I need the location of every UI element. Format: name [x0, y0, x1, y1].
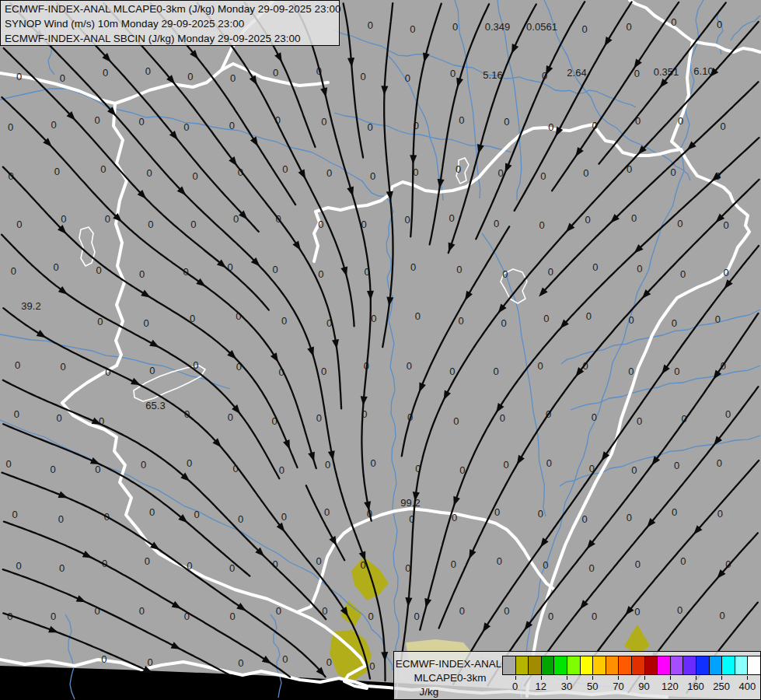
grid-value-label: 0: [149, 506, 155, 518]
grid-value-label: 0: [677, 604, 682, 616]
grid-value-label: 0: [631, 464, 637, 476]
sbcin-value-label: 5.16: [483, 69, 502, 81]
grid-value-label: 0: [141, 459, 146, 471]
colorbar-swatch: [747, 656, 761, 675]
grid-value-label: 0: [680, 555, 686, 567]
grid-value-label: 0: [233, 213, 239, 225]
grid-value-label: 0: [539, 219, 545, 231]
grid-value-label: 0: [677, 218, 682, 229]
grid-value-label: 0: [634, 606, 640, 618]
grid-value-label: 0: [61, 213, 66, 225]
grid-value-label: 0: [494, 218, 499, 229]
grid-value-label: 0: [282, 653, 288, 665]
grid-value-label: 0: [183, 121, 189, 133]
grid-value-label: 0: [54, 166, 60, 177]
grid-value-label: 0: [144, 317, 149, 329]
grid-value-label: 0: [540, 170, 546, 182]
grid-value-label: 0: [543, 559, 548, 571]
grid-value-label: 0: [11, 265, 16, 277]
colorbar-swatch: [721, 656, 735, 675]
grid-value-label: 0: [229, 120, 235, 131]
grid-value-label: 0: [53, 261, 58, 273]
grid-value-label: 0: [538, 508, 543, 520]
grid-value-label: 0: [585, 214, 591, 226]
grid-value-label: 0: [592, 261, 598, 273]
colorbar-swatch: [670, 656, 684, 675]
colorbar-tick: [618, 676, 619, 680]
colorbar-swatch: [618, 656, 632, 675]
grid-value-label: 0: [504, 605, 509, 617]
grid-value-label: 0: [592, 411, 597, 423]
map-title-box: ECMWF-INDEX-ANAL MLCAPE0-3km (J/kg) Mond…: [0, 0, 340, 46]
grid-value-label: 0: [8, 121, 13, 133]
grid-value-label: 0: [190, 219, 196, 230]
colorbar-tick-label: 250: [713, 681, 730, 692]
grid-value-label: 0: [281, 511, 287, 523]
colorbar-swatch: [631, 656, 645, 675]
grid-value-label: 0: [451, 558, 456, 570]
grid-value-label: 0: [671, 16, 676, 28]
grid-value-label: 0: [452, 512, 457, 523]
grid-value-label: 0: [680, 268, 686, 280]
grid-value-label: 0: [459, 114, 464, 126]
grid-value-label: 0: [368, 19, 373, 31]
grid-value-label: 0: [459, 605, 465, 617]
grid-value-label: 0: [538, 360, 543, 372]
colorbar-swatch: [606, 656, 620, 675]
grid-value-label: 0: [51, 119, 56, 131]
grid-value-label: 0: [672, 317, 677, 329]
grid-value-label: 0: [634, 68, 640, 79]
grid-value-label: 0: [16, 71, 22, 82]
grid-value-label: 0: [229, 562, 235, 574]
colorbar-tick-label: 70: [613, 681, 623, 692]
sbcin-value-label: 0.349: [485, 21, 511, 33]
colorbar-swatch: [682, 656, 696, 675]
colorbar-tick: [670, 676, 671, 680]
grid-value-label: 0: [147, 167, 152, 179]
grid-value-label: 0: [321, 366, 326, 377]
grid-value-label: 0: [325, 459, 330, 471]
colorbar-tick: [592, 676, 593, 680]
grid-value-label: 0: [5, 458, 11, 470]
grid-value-label: 0: [316, 412, 322, 424]
grid-value-label: 0: [637, 263, 642, 275]
grid-value-label: 0: [502, 268, 508, 280]
colorbar-tick: [567, 676, 567, 680]
grid-value-label: 0: [149, 365, 155, 376]
colorbar-tick-label: 0: [512, 681, 518, 692]
colorbar-legend: ECMWF-INDEX-ANAL MLCAPE0-3km J/kg 012305…: [393, 651, 761, 700]
grid-value-label: 0: [458, 315, 463, 327]
colorbar-swatch: [592, 656, 606, 675]
colorbar-swatch: [567, 656, 581, 675]
grid-value-label: 0: [724, 219, 729, 231]
grid-value-label: 0: [103, 67, 108, 79]
grid-value-label: 0: [586, 310, 592, 322]
grid-value-label: 0: [105, 213, 110, 225]
grid-value-label: 0: [15, 359, 20, 371]
grid-value-label: 0: [414, 611, 419, 622]
grid-value-label: 0: [145, 65, 151, 77]
colorbar-swatch: [502, 656, 516, 675]
grid-value-label: 0: [717, 457, 722, 469]
grid-value-label: 0: [276, 605, 281, 617]
colorbar-tick-label: 400: [739, 681, 756, 692]
grid-value-label: 0: [720, 610, 725, 621]
grid-value-label: 0: [628, 366, 634, 377]
grid-value-label: 0: [627, 512, 632, 523]
grid-value-label: 0: [59, 562, 65, 574]
grid-value-label: 0: [360, 71, 365, 82]
grid-value-label: 0: [503, 459, 508, 471]
grid-value-label: 0: [230, 611, 236, 622]
sbcin-value-label: 39.2: [21, 300, 40, 312]
grid-value-label: 0: [405, 72, 410, 84]
grid-value-label: 0: [16, 560, 22, 572]
title-line-synop-wind: SYNOP Wind (m/s) 10m Monday 29-09-2025 2…: [5, 16, 335, 31]
grid-value-label: 0: [543, 313, 549, 324]
legend-title-line1: ECMWF-INDEX-ANAL: [396, 658, 502, 670]
grid-value-label: 0: [12, 509, 17, 520]
grid-value-label: 0: [674, 460, 679, 471]
grid-value-label: 0: [453, 415, 459, 427]
grid-value-label: 0: [192, 170, 197, 182]
grid-value-label: 0: [139, 268, 145, 280]
grid-value-label: 0: [631, 212, 637, 224]
